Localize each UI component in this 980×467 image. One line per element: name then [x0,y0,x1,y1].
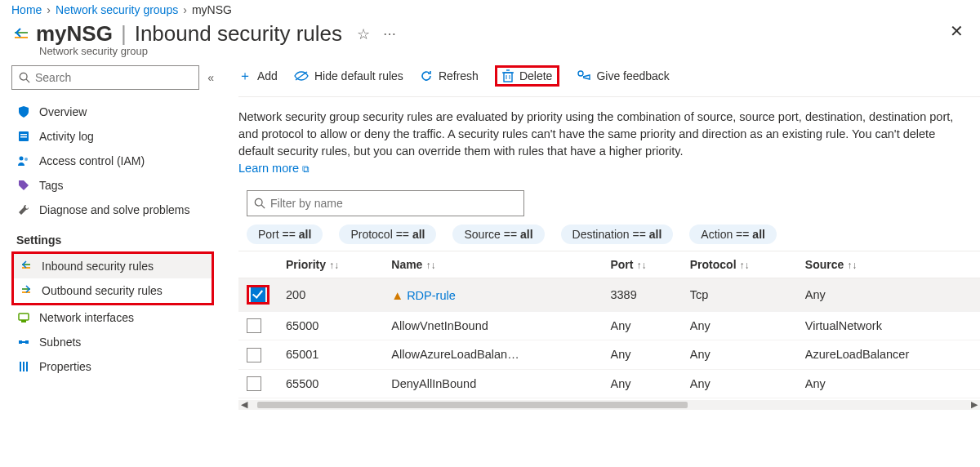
close-icon[interactable]: ✕ [950,21,969,41]
table-row[interactable]: 65000AllowVnetInBoundAnyAnyVirtualNetwor… [238,312,980,340]
sort-icon: ↑↓ [847,260,857,271]
col-protocol[interactable]: Protocol↑↓ [682,251,797,278]
sidebar-item-overview[interactable]: Overview [11,100,214,124]
sidebar-item-diagnose[interactable]: Diagnose and solve problems [11,198,214,222]
chevron-right-icon: › [183,3,187,16]
svg-point-28 [255,198,262,206]
horizontal-scrollbar[interactable]: ◀ ▶ [238,400,980,410]
refresh-icon [420,69,433,82]
cell-name[interactable]: ▲RDP-rule [383,278,602,312]
filter-by-name[interactable] [247,190,524,216]
table-row[interactable]: 65500DenyAllInBoundAnyAnyAny [238,369,980,398]
svg-rect-19 [23,362,24,371]
subnet-icon [16,336,31,349]
sort-icon: ↑↓ [425,260,435,271]
filter-input[interactable] [270,197,517,210]
svg-rect-6 [20,136,27,138]
svg-line-3 [26,79,29,82]
cell-source: Any [797,369,980,398]
crumb-home[interactable]: Home [11,3,42,16]
give-feedback-button[interactable]: Give feedback [576,69,670,82]
svg-rect-14 [21,320,26,322]
cell-port: Any [602,369,681,398]
svg-rect-20 [26,362,28,371]
table-row[interactable]: 65001AllowAzureLoadBalan…AnyAnyAzureLoad… [238,340,980,369]
refresh-button[interactable]: Refresh [420,69,479,82]
filter-pill-destination[interactable]: Destination == all [561,225,674,244]
cell-name: DenyAllInBound [383,369,602,398]
log-icon [16,130,31,143]
col-port[interactable]: Port↑↓ [602,251,681,278]
filter-pill-port[interactable]: Port == all [247,225,323,244]
row-checkbox[interactable] [247,376,261,391]
eye-off-icon [294,70,309,82]
col-priority[interactable]: Priority↑↓ [278,251,383,278]
collapse-sidebar-icon[interactable]: « [207,71,214,84]
inbound-icon [19,260,33,273]
sidebar-item-subnets[interactable]: Subnets [11,330,214,354]
svg-rect-18 [20,362,21,371]
chevron-right-icon: › [47,3,51,16]
filter-pill-protocol[interactable]: Protocol == all [339,225,436,244]
sort-icon: ↑↓ [636,260,646,271]
sidebar-item-inbound-rules[interactable]: Inbound security rules [14,254,212,278]
hide-default-rules-button[interactable]: Hide default rules [294,69,403,82]
sidebar-item-activity-log[interactable]: Activity log [11,124,214,149]
row-checkbox[interactable] [247,348,261,362]
sidebar-item-nics[interactable]: Network interfaces [11,305,214,330]
sidebar-search-input[interactable] [35,71,192,84]
row-checkbox[interactable] [247,318,261,333]
sidebar-search[interactable] [11,65,199,90]
col-source[interactable]: Source↑↓ [797,251,980,278]
cell-source: AzureLoadBalancer [797,340,980,369]
scroll-left-icon[interactable]: ◀ [238,399,250,410]
add-button[interactable]: ＋ Add [238,68,278,85]
sidebar-item-label: Activity log [39,130,94,143]
crumb-nsg-list[interactable]: Network security groups [56,3,178,16]
sidebar-item-label: Properties [39,360,91,373]
cell-name: AllowVnetInBound [383,312,602,340]
sidebar-item-label: Access control (IAM) [39,154,145,167]
row-checkbox[interactable] [251,287,265,302]
resource-name: myNSG [36,21,113,47]
table-row[interactable]: 200▲RDP-rule3389TcpAny [238,278,980,312]
cell-protocol: Any [682,312,797,340]
sidebar-item-outbound-rules[interactable]: Outbound security rules [14,278,212,303]
cell-port: Any [602,340,681,369]
svg-rect-5 [20,134,27,136]
scroll-right-icon[interactable]: ▶ [969,399,980,410]
crumb-current: myNSG [192,3,232,16]
learn-more-link[interactable]: Learn more ⧉ [238,162,310,175]
filter-pills: Port == all Protocol == all Source == al… [238,225,980,251]
cell-source: VirtualNetwork [797,312,980,340]
filter-pill-source[interactable]: Source == all [452,225,544,244]
svg-point-2 [20,73,27,80]
cell-protocol: Any [682,369,797,398]
more-menu-icon[interactable]: ⋯ [383,26,397,42]
tag-icon [16,179,31,192]
outbound-icon [19,284,33,297]
sidebar-item-label: Tags [39,179,64,192]
trash-icon [502,69,514,82]
delete-button[interactable]: Delete [502,69,552,82]
inbound-rules-icon [11,21,36,46]
cell-priority: 65000 [278,312,383,340]
wrench-icon [16,203,31,216]
scroll-thumb[interactable] [257,402,688,408]
filter-pill-action[interactable]: Action == all [689,225,777,244]
sidebar-item-iam[interactable]: Access control (IAM) [11,149,214,173]
toolbar-label: Refresh [439,69,479,82]
toolbar-label: Give feedback [596,69,670,82]
sidebar-item-tags[interactable]: Tags [11,173,214,198]
col-name[interactable]: Name↑↓ [383,251,602,278]
sidebar: « Overview Activity log Access control (… [0,57,214,452]
title-divider: | [119,21,128,47]
svg-line-29 [261,205,265,208]
sidebar-item-label: Diagnose and solve problems [39,203,189,216]
svg-point-27 [578,71,583,76]
svg-rect-15 [19,340,22,344]
favorite-star-icon[interactable]: ☆ [357,25,370,43]
sidebar-section-settings: Settings [11,222,214,251]
sidebar-item-properties[interactable]: Properties [11,354,214,379]
cell-priority: 200 [278,278,383,312]
